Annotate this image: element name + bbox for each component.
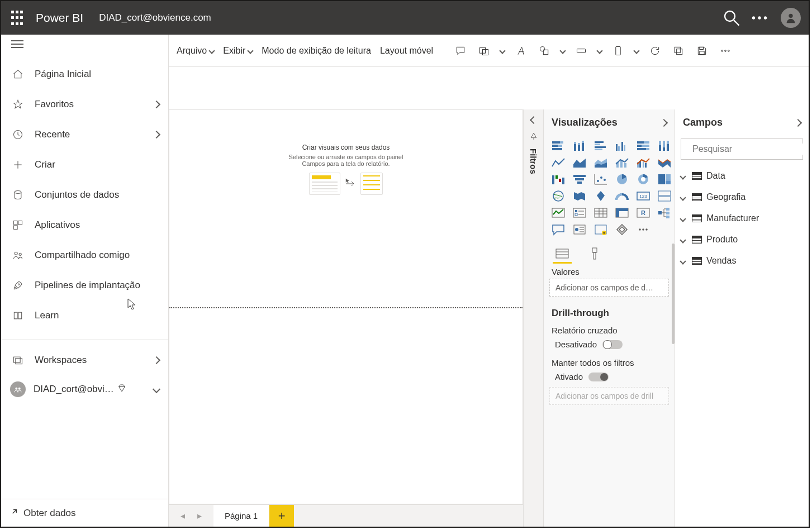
keep-filters-toggle[interactable] [588, 373, 609, 381]
viz-smart-narrative-icon[interactable] [592, 222, 610, 237]
avatar-icon[interactable] [781, 8, 801, 28]
filters-pane-collapsed[interactable]: Filtros [523, 109, 543, 527]
viz-pie-icon[interactable] [613, 172, 631, 187]
search-input[interactable] [691, 144, 805, 155]
viz-qa-icon[interactable] [549, 222, 567, 237]
translate-icon[interactable] [477, 44, 491, 58]
viz-format-tab[interactable] [586, 246, 603, 261]
viz-line-stacked-column-icon[interactable] [613, 155, 631, 170]
search-icon[interactable] [721, 8, 742, 28]
cross-report-toggle[interactable] [602, 340, 623, 349]
viz-key-influencers-icon[interactable] [571, 222, 588, 237]
buttons-icon[interactable] [574, 44, 588, 58]
viz-azure-map-icon[interactable] [592, 189, 610, 203]
more-icon[interactable] [749, 8, 770, 28]
sidebar-item-workspaces[interactable]: Workspaces [1, 346, 168, 375]
app-launcher-icon[interactable] [9, 10, 25, 26]
collapse-viz-icon[interactable] [661, 117, 667, 128]
svg-point-13 [18, 284, 20, 285]
svg-point-2 [752, 16, 755, 19]
chevron-down-icon[interactable] [633, 47, 639, 54]
values-dropzone[interactable]: Adicionar os campos de d… [549, 279, 669, 297]
ribbon-file-menu[interactable]: Arquivo [177, 46, 214, 56]
sidebar-item-datasets[interactable]: Conjuntos de dados [1, 180, 168, 210]
viz-treemap-icon[interactable] [656, 172, 673, 187]
report-canvas[interactable]: Criar visuais com seus dados Selecione o… [169, 109, 523, 504]
ribbon-mobile-layout-button[interactable]: Layout móvel [380, 46, 433, 56]
viz-map-icon[interactable] [549, 189, 567, 203]
sidebar-item-learn[interactable]: Learn [1, 300, 168, 331]
ribbon-view-menu[interactable]: Exibir [223, 46, 253, 56]
svg-rect-15 [16, 359, 22, 364]
field-table-produto[interactable]: Produto [675, 229, 809, 250]
viz-scrollbar[interactable] [672, 243, 675, 344]
viz-clustered-column-icon[interactable] [613, 139, 631, 153]
sidebar-item-current-workspace[interactable]: DIAD_cort@obvi… [1, 375, 168, 404]
fields-pane: Campos Data Geografia Manufacturer Produ… [675, 109, 809, 527]
duplicate-icon[interactable] [671, 44, 686, 58]
field-table-geografia[interactable]: Geografia [675, 187, 809, 208]
viz-funnel-icon[interactable] [571, 172, 588, 187]
add-page-button[interactable]: + [269, 505, 294, 527]
refresh-icon[interactable] [648, 44, 662, 58]
viz-ribbon-icon[interactable] [656, 155, 673, 170]
shapes-icon[interactable] [537, 44, 552, 58]
field-table-data[interactable]: Data [675, 165, 809, 187]
viz-fields-tab[interactable] [554, 246, 571, 261]
comment-icon[interactable] [453, 44, 468, 58]
viz-slicer-icon[interactable] [571, 206, 588, 220]
viz-table-icon[interactable] [592, 206, 610, 220]
viz-100-stacked-column-icon[interactable] [656, 139, 673, 153]
get-data-button[interactable]: Obter dados [1, 499, 168, 527]
viz-paginated-icon[interactable] [613, 222, 631, 237]
viz-100-stacked-bar-icon[interactable] [634, 139, 652, 153]
field-table-vendas[interactable]: Vendas [675, 250, 809, 271]
viz-scatter-icon[interactable] [592, 172, 610, 187]
viz-gauge-icon[interactable] [613, 189, 631, 203]
sidebar-item-home[interactable]: Página Inicial [1, 59, 168, 89]
sidebar-item-shared[interactable]: Compartilhado comigo [1, 240, 168, 270]
viz-line-icon[interactable] [549, 155, 567, 170]
ribbon-reading-mode-button[interactable]: Modo de exibição de leitura [262, 46, 371, 56]
page-tab-1[interactable]: Página 1 [213, 505, 269, 527]
fields-search[interactable] [681, 139, 803, 160]
sidebar-item-create[interactable]: Criar [1, 150, 168, 180]
tab-next-button[interactable]: ▸ [186, 505, 213, 527]
sidebar-item-apps[interactable]: Aplicativos [1, 210, 168, 240]
viz-decomposition-tree-icon[interactable] [656, 206, 673, 220]
filters-label: Filtros [529, 149, 538, 174]
sidebar-item-recent[interactable]: Recente [1, 120, 168, 150]
drill-fields-dropzone[interactable]: Adicionar os campos de drill [549, 387, 669, 405]
viz-waterfall-icon[interactable] [549, 172, 567, 187]
viz-line-clustered-column-icon[interactable] [634, 155, 652, 170]
chevron-down-icon[interactable] [596, 47, 602, 54]
viz-donut-icon[interactable] [634, 172, 652, 187]
viz-filled-map-icon[interactable] [571, 189, 588, 203]
viz-stacked-column-icon[interactable] [571, 139, 588, 153]
viz-matrix-icon[interactable] [613, 206, 631, 220]
viz-kpi-icon[interactable] [549, 206, 567, 220]
sidebar-item-favorites[interactable]: Favoritos [1, 89, 168, 120]
viz-stacked-bar-icon[interactable] [549, 139, 567, 153]
svg-point-83 [641, 177, 645, 182]
viz-r-visual-icon[interactable]: R [634, 206, 652, 220]
sidebar-item-pipelines[interactable]: Pipelines de implantação [1, 270, 168, 300]
save-icon[interactable] [695, 44, 709, 58]
viz-stacked-area-icon[interactable] [592, 155, 610, 170]
viz-card-icon[interactable]: 123 [634, 189, 652, 203]
viz-clustered-bar-icon[interactable] [592, 139, 610, 153]
chevron-down-icon[interactable] [559, 47, 566, 54]
viz-area-icon[interactable] [571, 155, 588, 170]
collapse-fields-icon[interactable] [795, 117, 801, 128]
textbox-icon[interactable] [514, 44, 528, 58]
field-table-manufacturer[interactable]: Manufacturer [675, 208, 809, 229]
more-options-icon[interactable] [718, 44, 733, 58]
viz-multi-card-icon[interactable] [656, 189, 673, 203]
chevron-down-icon[interactable] [499, 47, 505, 54]
svg-rect-8 [14, 221, 18, 225]
pin-icon[interactable] [529, 132, 538, 143]
expand-filters-icon[interactable] [531, 115, 536, 125]
collapse-nav-button[interactable] [1, 35, 168, 54]
viz-more-icon[interactable] [634, 222, 652, 237]
visual-icon[interactable] [611, 44, 625, 58]
